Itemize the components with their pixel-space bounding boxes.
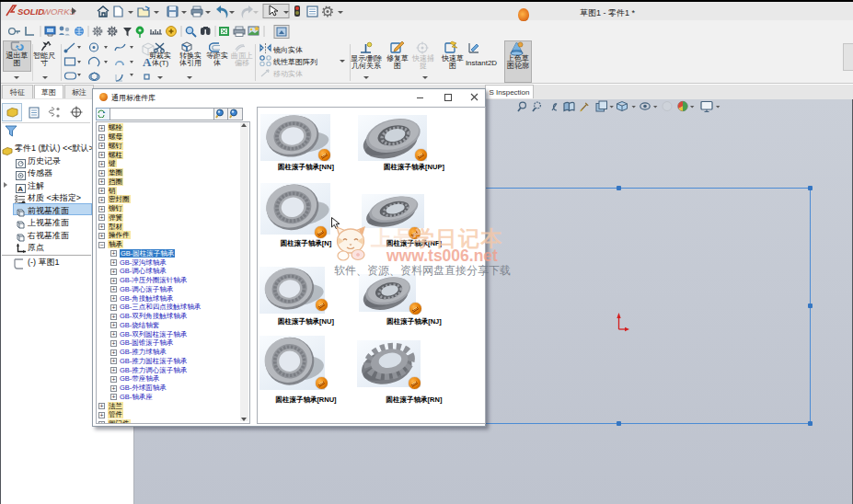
- svg-text:WORKS: WORKS: [42, 6, 75, 17]
- svg-text:SOLID: SOLID: [17, 6, 44, 17]
